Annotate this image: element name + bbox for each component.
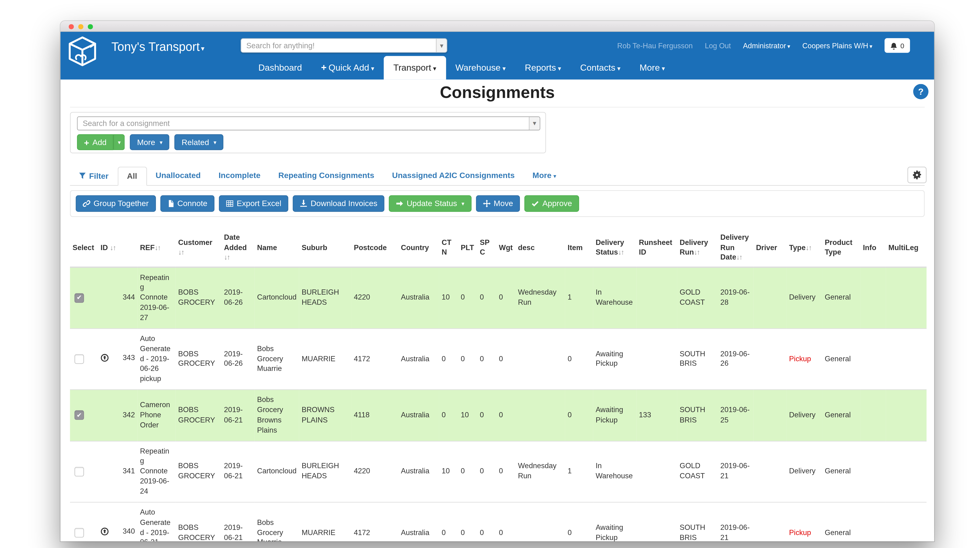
column-header-delivery-run-date[interactable]: Delivery Run Date↓↑	[718, 229, 753, 267]
row-checkbox[interactable]	[75, 467, 84, 477]
column-label: ID	[100, 243, 108, 251]
export-excel-button[interactable]: Export Excel	[219, 195, 288, 212]
add-button-label: Add	[92, 138, 107, 147]
cell-date_added: 2019-06-21	[221, 390, 255, 441]
user-link-rob-te-hau-fergusson[interactable]: Rob Te-Hau Fergusson	[617, 42, 693, 49]
row-checkbox[interactable]	[75, 354, 84, 364]
consignment-search: ▼	[77, 116, 541, 130]
arrow-right-icon	[396, 200, 403, 207]
tab-label: Incomplete	[219, 171, 261, 180]
nav-item-transport[interactable]: Transport▾	[384, 56, 446, 79]
consignments-table-wrap: SelectID ↓↑REF↓↑Customer ↓↑Date Added ↓↑…	[70, 229, 926, 541]
caret-down-icon: ▾	[503, 65, 506, 72]
top-navbar: Tony's Transport▾ ▼ Rob Te-Hau Fergusson…	[60, 32, 934, 79]
tab-repeating-consignments[interactable]: Repeating Consignments	[269, 167, 383, 185]
action-button-label: Approve	[542, 199, 572, 208]
cell-delivery_run: SOUTH BRIS	[677, 329, 718, 390]
cell-runsheet_id: 133	[636, 390, 677, 441]
nav-item-reports[interactable]: Reports▾	[515, 56, 571, 79]
tab-unallocated[interactable]: Unallocated	[147, 167, 210, 185]
update-status-button[interactable]: Update Status▾	[389, 195, 471, 212]
more-button[interactable]: More▾	[130, 134, 170, 150]
table-settings-button[interactable]	[907, 167, 926, 183]
column-header-ctn: CTN	[439, 229, 458, 267]
nav-item-label: Warehouse	[455, 62, 501, 73]
nav-item-contacts[interactable]: Contacts▾	[571, 56, 630, 79]
row-checkbox[interactable]	[75, 528, 84, 538]
cell-postcode: 4172	[351, 502, 398, 541]
user-link-label: Coopers Plains W/H	[802, 42, 868, 49]
tab-unassigned-a2ic-consignments[interactable]: Unassigned A2IC Consignments	[383, 167, 524, 185]
minimize-window-button[interactable]	[78, 24, 83, 29]
column-header-id[interactable]: ID ↓↑	[98, 229, 137, 267]
column-header-customer[interactable]: Customer ↓↑	[176, 229, 221, 267]
cell-date_added: 2019-06-26	[221, 267, 255, 328]
column-header-date-added[interactable]: Date Added ↓↑	[221, 229, 255, 267]
cell-name: Bobs Grocery Muarrie	[255, 502, 299, 541]
cell-ref: Auto Generated - 2019-06-26 pickup	[137, 329, 175, 390]
user-link-coopers-plains-w-h[interactable]: Coopers Plains W/H▾	[802, 42, 872, 49]
column-header-driver: Driver	[753, 229, 786, 267]
help-button[interactable]: ?	[913, 84, 928, 99]
cell-info	[860, 441, 886, 502]
nav-item-more[interactable]: More▾	[630, 56, 675, 79]
cell-multileg	[886, 329, 926, 390]
cell-delivery_run_date: 2019-06-28	[718, 267, 753, 328]
tab-all[interactable]: All	[118, 167, 147, 186]
related-button[interactable]: Related▾	[175, 134, 223, 150]
consignment-search-caret-icon[interactable]: ▼	[529, 117, 540, 130]
add-dropdown-button[interactable]: ▾	[113, 134, 125, 150]
user-link-log-out[interactable]: Log Out	[705, 42, 731, 49]
search-dropdown-caret-icon[interactable]: ▼	[436, 39, 447, 52]
column-label: Delivery Run Date	[721, 233, 749, 261]
cell-spc: 0	[477, 329, 496, 390]
cell-wgt: 0	[496, 441, 515, 502]
pickup-icon	[100, 527, 109, 539]
plus-icon: +	[84, 137, 89, 147]
nav-item-dashboard[interactable]: Dashboard	[249, 56, 312, 79]
tab-incomplete[interactable]: Incomplete	[210, 167, 269, 185]
cell-driver	[753, 502, 786, 541]
row-checkbox[interactable]	[75, 293, 84, 303]
related-button-label: Related	[181, 138, 209, 147]
cell-date_added: 2019-06-26	[221, 329, 255, 390]
cell-suburb: MUARRIE	[299, 502, 352, 541]
sort-arrows-icon: ↓↑	[694, 248, 699, 256]
user-link-administrator[interactable]: Administrator▾	[743, 42, 791, 49]
cell-customer: BOBS GROCERY	[176, 329, 221, 390]
column-header-delivery-status[interactable]: Delivery Status↓↑	[593, 229, 636, 267]
group-together-button[interactable]: Group Together	[76, 195, 156, 212]
nav-item-warehouse[interactable]: Warehouse▾	[446, 56, 515, 79]
column-label: desc	[518, 243, 535, 251]
action-button-label: Export Excel	[237, 199, 282, 208]
connote-button[interactable]: Connote	[160, 195, 215, 212]
notifications-button[interactable]: 0	[885, 38, 910, 53]
cell-select	[70, 329, 98, 390]
download-invoices-button[interactable]: Download Invoices	[293, 195, 385, 212]
cell-multileg	[886, 267, 926, 328]
cell-ctn: 0	[439, 390, 458, 441]
cell-info	[860, 502, 886, 541]
consignment-search-input[interactable]	[78, 117, 529, 130]
approve-button[interactable]: Approve	[525, 195, 579, 212]
sort-arrows-icon: ↓↑	[618, 248, 624, 256]
cell-multileg	[886, 502, 926, 541]
zoom-window-button[interactable]	[88, 24, 92, 29]
nav-item-quick-add[interactable]: +Quick Add▾	[312, 56, 384, 79]
column-header-desc: desc	[515, 229, 565, 267]
close-window-button[interactable]	[69, 24, 73, 29]
cell-id: 341	[98, 441, 137, 502]
move-button[interactable]: Move	[476, 195, 520, 212]
caret-down-icon: ▾	[558, 65, 561, 72]
brand-menu[interactable]: Tony's Transport▾	[111, 40, 204, 54]
row-checkbox[interactable]	[75, 410, 84, 420]
tab-more[interactable]: More▾	[523, 167, 565, 185]
table-header-row: SelectID ↓↑REF↓↑Customer ↓↑Date Added ↓↑…	[70, 229, 926, 267]
global-search-input[interactable]	[241, 39, 436, 52]
column-header-ref[interactable]: REF↓↑	[137, 229, 175, 267]
add-button[interactable]: +Add	[77, 134, 113, 150]
filter-button[interactable]: Filter	[70, 167, 117, 185]
cell-delivery_status: In Warehouse	[593, 267, 636, 328]
column-header-delivery-run[interactable]: Delivery Run↓↑	[677, 229, 718, 267]
column-header-type[interactable]: Type↓↑	[787, 229, 822, 267]
